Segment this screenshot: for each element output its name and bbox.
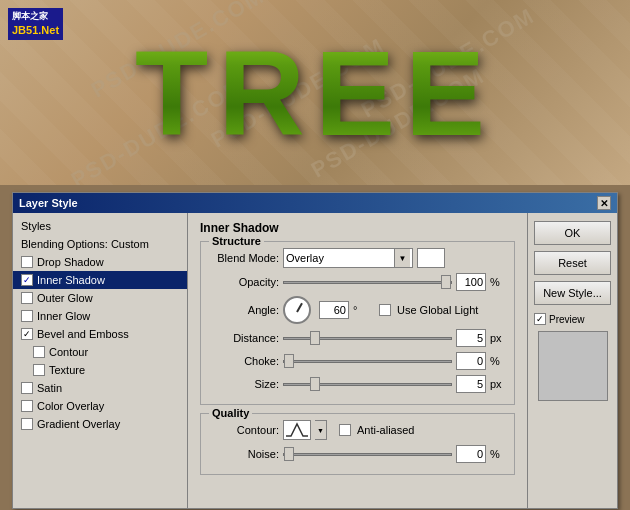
angle-input[interactable]: [319, 301, 349, 319]
new-style-button[interactable]: New Style...: [534, 281, 611, 305]
angle-row: Angle: ° Use Global Light: [209, 296, 506, 324]
use-global-light-checkbox[interactable]: [379, 304, 391, 316]
dialog-title: Layer Style: [19, 197, 78, 209]
opacity-slider[interactable]: [283, 281, 452, 284]
angle-dial[interactable]: [283, 296, 311, 324]
dialog-body: Styles Blending Options: Custom Drop Sha…: [13, 213, 617, 508]
drop-shadow-label: Drop Shadow: [37, 256, 104, 268]
noise-slider-container: [283, 453, 452, 456]
contour-label: Contour: [49, 346, 88, 358]
logo-top-text: 脚本之家: [12, 10, 59, 23]
choke-slider-container: [283, 360, 452, 363]
opacity-label: Opacity:: [209, 276, 279, 288]
inner-glow-label: Inner Glow: [37, 310, 90, 322]
gradient-overlay-label: Gradient Overlay: [37, 418, 120, 430]
distance-unit: px: [490, 332, 506, 344]
sidebar-item-styles[interactable]: Styles: [13, 217, 187, 235]
distance-slider[interactable]: [283, 337, 452, 340]
left-panel: Styles Blending Options: Custom Drop Sha…: [13, 213, 188, 508]
gradient-overlay-checkbox[interactable]: [21, 418, 33, 430]
contour-row: Contour: ▼ Anti-aliased: [209, 420, 506, 440]
distance-input[interactable]: [456, 329, 486, 347]
sidebar-item-color-overlay[interactable]: Color Overlay: [13, 397, 187, 415]
ok-button[interactable]: OK: [534, 221, 611, 245]
contour-icon: [286, 422, 308, 438]
blend-mode-dropdown[interactable]: Overlay ▼: [283, 248, 413, 268]
preview-box: T: [538, 331, 608, 401]
color-overlay-label: Color Overlay: [37, 400, 104, 412]
sidebar-item-drop-shadow[interactable]: Drop Shadow: [13, 253, 187, 271]
sidebar-item-blending[interactable]: Blending Options: Custom: [13, 235, 187, 253]
sidebar-item-inner-glow[interactable]: Inner Glow: [13, 307, 187, 325]
choke-label: Choke:: [209, 355, 279, 367]
outer-glow-checkbox[interactable]: [21, 292, 33, 304]
contour-checkbox[interactable]: [33, 346, 45, 358]
size-label: Size:: [209, 378, 279, 390]
inner-shadow-label: Inner Shadow: [37, 274, 105, 286]
noise-slider[interactable]: [283, 453, 452, 456]
logo-box: 脚本之家 JB51.Net: [8, 8, 63, 40]
color-overlay-checkbox[interactable]: [21, 400, 33, 412]
opacity-slider-container: [283, 281, 452, 284]
logo-bottom-text: JB51.Net: [12, 23, 59, 38]
close-button[interactable]: ✕: [597, 196, 611, 210]
choke-row: Choke: %: [209, 352, 506, 370]
choke-slider[interactable]: [283, 360, 452, 363]
section-title: Inner Shadow: [200, 221, 515, 235]
noise-label: Noise:: [209, 448, 279, 460]
distance-slider-container: [283, 337, 452, 340]
texture-checkbox[interactable]: [33, 364, 45, 376]
right-panel: OK Reset New Style... Preview T: [527, 213, 617, 508]
noise-unit: %: [490, 448, 506, 460]
contour-thumbnail[interactable]: [283, 420, 311, 440]
blend-mode-label: Blend Mode:: [209, 252, 279, 264]
sidebar-item-contour[interactable]: Contour: [13, 343, 187, 361]
noise-input[interactable]: [456, 445, 486, 463]
blend-mode-row: Blend Mode: Overlay ▼: [209, 248, 506, 268]
inner-glow-checkbox[interactable]: [21, 310, 33, 322]
opacity-unit: %: [490, 276, 506, 288]
opacity-row: Opacity: %: [209, 273, 506, 291]
bevel-emboss-checkbox[interactable]: [21, 328, 33, 340]
contour-dropdown-arrow[interactable]: ▼: [315, 420, 327, 440]
anti-aliased-label: Anti-aliased: [357, 424, 414, 436]
tree-title: TREE: [135, 24, 495, 162]
contour-form-label: Contour:: [209, 424, 279, 436]
choke-input[interactable]: [456, 352, 486, 370]
satin-label: Satin: [37, 382, 62, 394]
size-input[interactable]: [456, 375, 486, 393]
anti-aliased-checkbox[interactable]: [339, 424, 351, 436]
texture-label: Texture: [49, 364, 85, 376]
blend-mode-color-swatch[interactable]: [417, 248, 445, 268]
blend-mode-value: Overlay: [286, 252, 324, 264]
size-slider-container: [283, 383, 452, 386]
dialog-titlebar: Layer Style ✕: [13, 193, 617, 213]
size-unit: px: [490, 378, 506, 390]
opacity-input[interactable]: [456, 273, 486, 291]
preview-row: Preview: [534, 313, 611, 325]
quality-label: Quality: [209, 407, 252, 419]
structure-label: Structure: [209, 235, 264, 247]
sidebar-item-gradient-overlay[interactable]: Gradient Overlay: [13, 415, 187, 433]
distance-label: Distance:: [209, 332, 279, 344]
structure-group: Structure Blend Mode: Overlay ▼ Opacity:: [200, 241, 515, 405]
sidebar-item-inner-shadow[interactable]: Inner Shadow: [13, 271, 187, 289]
reset-button[interactable]: Reset: [534, 251, 611, 275]
preview-checkbox[interactable]: [534, 313, 546, 325]
sidebar-item-outer-glow[interactable]: Outer Glow: [13, 289, 187, 307]
satin-checkbox[interactable]: [21, 382, 33, 394]
main-panel: Inner Shadow Structure Blend Mode: Overl…: [188, 213, 527, 508]
use-global-light-label: Use Global Light: [397, 304, 478, 316]
canvas-area: PSD-DUDE.COM PSD-DUDE.COM PSD-DUDE.COM P…: [0, 0, 630, 185]
drop-shadow-checkbox[interactable]: [21, 256, 33, 268]
noise-row: Noise: %: [209, 445, 506, 463]
angle-label: Angle:: [209, 304, 279, 316]
size-slider[interactable]: [283, 383, 452, 386]
outer-glow-label: Outer Glow: [37, 292, 93, 304]
sidebar-item-texture[interactable]: Texture: [13, 361, 187, 379]
inner-shadow-checkbox[interactable]: [21, 274, 33, 286]
sidebar-item-satin[interactable]: Satin: [13, 379, 187, 397]
blend-mode-arrow[interactable]: ▼: [394, 249, 410, 267]
quality-group: Quality Contour: ▼ Anti-aliased Noise:: [200, 413, 515, 475]
sidebar-item-bevel-emboss[interactable]: Bevel and Emboss: [13, 325, 187, 343]
